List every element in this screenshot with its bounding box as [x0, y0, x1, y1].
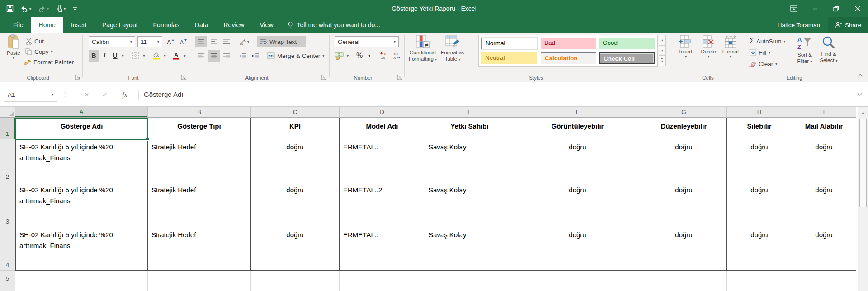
merge-center-dropdown-icon[interactable]: ▾ [322, 54, 324, 58]
cell-H4[interactable]: doğru [727, 227, 792, 271]
font-color-icon[interactable]: A [171, 50, 182, 62]
cell-C1[interactable]: KPI [251, 118, 340, 139]
cell-B4[interactable]: Stratejik Hedef [148, 227, 251, 271]
bold-button[interactable]: B [89, 50, 99, 62]
increase-decimal-button[interactable]: .0.00 [378, 50, 390, 62]
expand-formula-bar-icon[interactable] [856, 91, 863, 99]
gallery-scroll-up-icon[interactable]: ▴ [659, 35, 666, 45]
cell-G6[interactable] [641, 284, 727, 291]
cell-C5[interactable] [251, 271, 340, 284]
cell-C2[interactable]: doğru [251, 139, 340, 182]
decrease-indent-button[interactable] [237, 50, 249, 62]
touch-mode-dropdown-icon[interactable]: ▾ [64, 7, 66, 11]
decrease-font-size-button[interactable]: A [177, 36, 189, 47]
row-header-4[interactable]: 4 [0, 227, 15, 271]
fill-button[interactable]: Fill ▾ [750, 48, 770, 57]
increase-indent-button[interactable] [250, 50, 261, 62]
row-header-3[interactable]: 3 [0, 182, 15, 227]
cancel-icon[interactable]: × [80, 88, 94, 102]
cell-E2[interactable]: Savaş Kolay [425, 139, 514, 182]
increase-font-size-button[interactable]: A [165, 36, 176, 47]
comma-style-button[interactable]: , [365, 47, 373, 59]
cell-G2[interactable]: doğru [641, 139, 727, 182]
enter-icon[interactable]: ✓ [98, 88, 112, 102]
tab-review[interactable]: Review [216, 17, 252, 33]
column-header-B[interactable]: B [148, 107, 251, 118]
conditional-formatting-dropdown-icon[interactable]: ▾ [435, 57, 437, 62]
cell-H3[interactable]: doğru [727, 182, 792, 227]
scroll-up-icon[interactable]: ▲ [858, 107, 868, 118]
cell-I2[interactable]: doğru [792, 139, 856, 182]
cell-B5[interactable] [148, 271, 251, 284]
undo-button[interactable]: ▾ [20, 5, 31, 12]
number-format-combobox[interactable]: General▾ [335, 36, 399, 47]
fill-color-icon[interactable] [151, 50, 162, 62]
cell-B3[interactable]: Stratejik Hedef [148, 182, 251, 227]
cell-E4[interactable]: Savaş Kolay [425, 227, 514, 271]
sort-filter-dropdown-icon[interactable]: ▾ [810, 60, 812, 64]
format-dropdown-icon[interactable]: ▾ [730, 55, 731, 59]
row-header-1[interactable]: 1 [0, 118, 15, 139]
formula-input[interactable]: Gösterge Adı [144, 83, 184, 107]
restore-button[interactable] [826, 0, 847, 17]
share-button[interactable]: Share [828, 17, 868, 33]
column-header-F[interactable]: F [514, 107, 641, 118]
cell-H6[interactable] [727, 284, 792, 291]
cell-A6[interactable] [15, 284, 148, 291]
alignment-dialog-launcher-icon[interactable] [321, 74, 327, 80]
cell-A1[interactable]: Gösterge Adı [15, 118, 148, 139]
format-cells-button[interactable]: Format ▾ [720, 35, 741, 59]
cell-I6[interactable] [792, 284, 856, 291]
tab-page-layout[interactable]: Page Layout [94, 17, 146, 33]
gallery-scroll-down-icon[interactable]: ▾ [659, 45, 666, 56]
number-dialog-launcher-icon[interactable] [397, 74, 403, 80]
cell-A5[interactable] [15, 271, 148, 284]
tab-insert[interactable]: Insert [63, 17, 94, 33]
style-check-cell[interactable]: Check Cell [599, 52, 655, 64]
column-header-G[interactable]: G [641, 107, 727, 118]
cell-B6[interactable] [148, 284, 251, 291]
percent-style-button[interactable]: % [354, 50, 364, 62]
cell-G3[interactable]: doğru [641, 182, 727, 227]
select-all-button[interactable] [0, 107, 15, 118]
conditional-formatting-button[interactable]: ≠ Conditional Formatting ▾ [408, 35, 438, 63]
ribbon-display-options-icon[interactable] [783, 0, 804, 17]
format-painter-button[interactable]: Format Painter [24, 57, 74, 67]
insert-dropdown-icon[interactable]: ▾ [685, 55, 687, 59]
underline-dropdown-icon[interactable]: ▾ [120, 50, 126, 62]
style-neutral[interactable]: Neutral [481, 52, 537, 64]
font-color-dropdown-icon[interactable]: ▾ [182, 50, 188, 62]
find-select-button[interactable]: Find & Select ▾ [817, 35, 840, 64]
align-right-button[interactable] [221, 50, 232, 62]
cell-I1[interactable]: Mail Alabilir [792, 118, 856, 139]
scrollbar-thumb[interactable] [859, 119, 867, 207]
cell-B1[interactable]: Gösterge Tipi [148, 118, 251, 139]
user-name[interactable]: Hatice Toraman [778, 22, 820, 29]
tab-formulas[interactable]: Formulas [146, 17, 187, 33]
name-box[interactable]: A1 ▾ [4, 88, 57, 102]
cell-I3[interactable]: doğru [792, 182, 856, 227]
cell-A2[interactable]: SH-02 Karlılığı 5 yıl içinde %20 arttırm… [15, 139, 148, 182]
clear-dropdown-icon[interactable]: ▾ [775, 62, 777, 66]
row-header-2[interactable]: 2 [0, 139, 15, 182]
accounting-format-dropdown-icon[interactable]: ▾ [347, 54, 349, 58]
style-normal[interactable]: Normal [481, 38, 537, 49]
cell-C6[interactable] [251, 284, 340, 291]
cell-D4[interactable]: ERMETAL.. [340, 227, 425, 271]
gallery-more-icon[interactable]: ▾ [659, 56, 666, 66]
paste-button[interactable]: Paste ▾ [4, 34, 24, 60]
undo-dropdown-icon[interactable]: ▾ [29, 7, 31, 11]
row-header-6[interactable]: 6 [0, 284, 15, 291]
column-header-E[interactable]: E [425, 107, 514, 118]
insert-function-icon[interactable]: fx [117, 88, 133, 102]
cell-G4[interactable]: doğru [641, 227, 727, 271]
cut-button[interactable]: Cut [25, 36, 44, 46]
cell-E6[interactable] [425, 284, 514, 291]
cell-E3[interactable]: Savaş Kolay [425, 182, 514, 227]
cell-C3[interactable]: doğru [251, 182, 340, 227]
cell-F4[interactable]: doğru [514, 227, 641, 271]
wrap-text-button[interactable]: Wrap Text [257, 36, 306, 47]
font-name-combobox[interactable]: Calibri▾ [89, 36, 135, 47]
cell-D1[interactable]: Model Adı [340, 118, 425, 139]
underline-button[interactable]: U [110, 50, 120, 62]
